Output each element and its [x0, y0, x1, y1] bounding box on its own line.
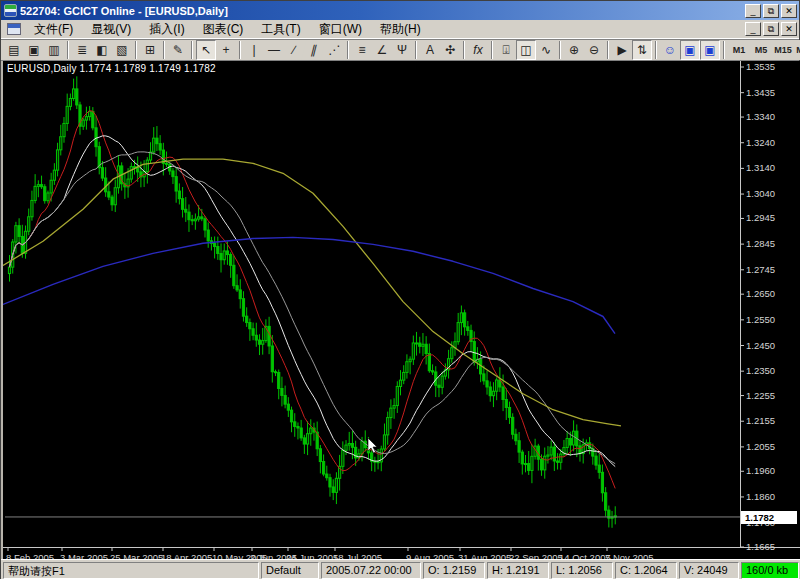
ma-line-SMA-200: [3, 237, 615, 333]
indicators-button[interactable]: fx: [468, 40, 488, 60]
date-axis-label: 9 Aug 2005: [406, 552, 454, 559]
text-button[interactable]: A: [420, 40, 440, 60]
date-axis-label: 8 Feb 2005: [6, 552, 54, 559]
data-window-button[interactable]: ◧: [92, 40, 112, 60]
toolbar-separator: [67, 41, 69, 59]
timeframe-button-m15[interactable]: M15: [772, 40, 794, 60]
menu-item-help[interactable]: 帮助(H): [371, 19, 430, 40]
candles-layer: [8, 76, 616, 527]
price-axis-label: 1.2450: [746, 340, 775, 351]
ma-line-MA-slow: [10, 152, 616, 464]
price-axis-label: 1.1665: [746, 541, 775, 552]
title-bar: 522704: GCICT Online - [EURUSD,Daily] _ …: [1, 1, 799, 20]
bar-chart-button[interactable]: ⍗: [496, 40, 516, 60]
menu-item-view[interactable]: 显视(V): [82, 19, 140, 40]
chart-shift-button[interactable]: ⇅: [632, 40, 652, 60]
menu-bar: 文件(F)显视(V)插入(I)图表(C)工具(T)窗口(W)帮助(H) _ ⧉ …: [1, 20, 799, 39]
gann-fan-button[interactable]: ∠: [372, 40, 392, 60]
horizontal-line-button[interactable]: —: [264, 40, 284, 60]
price-axis-label: 1.1860: [746, 491, 775, 502]
status-datetime: 2005.07.22 00:00: [321, 562, 421, 579]
toolbar: ▤▣▥≣◧▧⊞✎↖+|—∕∥⋰≡∠ΨA✣fx⍗◫∿⊕⊖▶⇅☺▣▣M1M5M15M…: [1, 39, 799, 61]
save-button[interactable]: ▣: [24, 40, 44, 60]
zoom-in-button[interactable]: ⊕: [564, 40, 584, 60]
price-axis-label: 1.2550: [746, 314, 775, 325]
auto-scroll-button[interactable]: ▶: [612, 40, 632, 60]
price-axis-label: 1.3040: [746, 188, 775, 199]
restore-button[interactable]: ⧉: [763, 4, 779, 18]
price-axis-label: 1.2745: [746, 264, 775, 275]
menu-item-file[interactable]: 文件(F): [25, 19, 82, 40]
price-axis-label: 1.1960: [746, 465, 775, 476]
status-open: O: 1.2159: [423, 562, 485, 579]
status-bar: 帮助请按F1 Default 2005.07.22 00:00 O: 1.215…: [1, 559, 800, 579]
menu-item-tools[interactable]: 工具(T): [252, 19, 309, 40]
fibonacci-retracement-button[interactable]: ≡: [352, 40, 372, 60]
price-axis-label: 1.3435: [746, 87, 775, 98]
date-axis-label: 7 Nov 2005: [605, 552, 654, 559]
toolbar-separator: [415, 41, 417, 59]
window-title: 522704: GCICT Online - [EURUSD,Daily]: [20, 5, 745, 17]
market-watch-button[interactable]: ≣: [72, 40, 92, 60]
properties-button[interactable]: ⊞: [140, 40, 160, 60]
new-chart-button[interactable]: ▤: [4, 40, 24, 60]
toolbar-separator: [239, 41, 241, 59]
date-axis-label: 18 Jul 2005: [333, 552, 382, 559]
status-close: C: 1.2064: [615, 562, 677, 579]
menu-item-charts[interactable]: 图表(C): [194, 19, 253, 40]
price-axis-label: 1.2945: [746, 212, 775, 223]
expert-advisors-button[interactable]: ☺: [660, 40, 680, 60]
menu-item-window[interactable]: 窗口(W): [310, 19, 371, 40]
date-axis-label: 31 Aug 2005: [458, 552, 511, 559]
price-axis-label: 1.2155: [746, 415, 775, 426]
timeframe-button-m5[interactable]: M5: [750, 40, 772, 60]
pitchfork-button[interactable]: Ψ: [392, 40, 412, 60]
child-minimize-button[interactable]: _: [745, 22, 761, 36]
template-button-2[interactable]: ▣: [700, 40, 720, 60]
menu-item-insert[interactable]: 插入(I): [140, 19, 193, 40]
status-high: H: 1.2191: [487, 562, 549, 579]
crosshair-button[interactable]: +: [216, 40, 236, 60]
child-close-button[interactable]: ✕: [781, 22, 797, 36]
timeframe-button-m30[interactable]: M30: [794, 40, 800, 60]
child-restore-button[interactable]: ⧉: [763, 22, 779, 36]
template-button-1[interactable]: ▣: [680, 40, 700, 60]
zoom-out-button[interactable]: ⊖: [584, 40, 604, 60]
price-axis-label: 1.2845: [746, 238, 775, 249]
price-axis-label: 1.3240: [746, 137, 775, 148]
fibonacci-fan-button[interactable]: ⋰: [324, 40, 344, 60]
print-button[interactable]: ▥: [44, 40, 64, 60]
toolbar-separator: [559, 41, 561, 59]
status-volume: V: 24049: [679, 562, 739, 579]
toolbar-separator: [491, 41, 493, 59]
application-window: 522704: GCICT Online - [EURUSD,Daily] _ …: [0, 0, 800, 579]
date-axis-label: 14 Oct 2005: [559, 552, 611, 559]
status-low: L: 1.2056: [551, 562, 613, 579]
candlestick-chart-button[interactable]: ◫: [516, 40, 536, 60]
toolbar-separator: [163, 41, 165, 59]
toolbar-separator: [347, 41, 349, 59]
status-profile[interactable]: Default: [261, 562, 319, 579]
price-chart[interactable]: 1.35351.34351.33401.32401.31401.30401.29…: [3, 61, 800, 559]
toolbar-separator: [463, 41, 465, 59]
trendline-button[interactable]: ∕: [284, 40, 304, 60]
price-axis-label: 1.3140: [746, 162, 775, 173]
chart-area[interactable]: EURUSD,Daily 1.1774 1.1789 1.1749 1.1782…: [1, 61, 800, 559]
close-button[interactable]: ✕: [781, 4, 797, 18]
arrow-symbols-button[interactable]: ✣: [440, 40, 460, 60]
price-axis-label: 1.2650: [746, 288, 775, 299]
minimize-button[interactable]: _: [745, 4, 761, 18]
current-price-label: 1.1782: [741, 511, 797, 524]
line-chart-button[interactable]: ∿: [536, 40, 556, 60]
channel-button[interactable]: ∥: [302, 40, 327, 60]
ma-line-MA-medium: [10, 136, 616, 467]
vertical-line-button[interactable]: |: [244, 40, 264, 60]
cursor-button[interactable]: ↖: [196, 40, 216, 60]
timeframe-button-m1[interactable]: M1: [728, 40, 750, 60]
styles-button[interactable]: ✎: [168, 40, 188, 60]
date-axis-label: 18 Apr 2005: [161, 552, 212, 559]
date-axis-label: 3 Mar 2005: [60, 552, 108, 559]
navigator-button[interactable]: ▧: [112, 40, 132, 60]
price-axis-label: 1.3340: [746, 111, 775, 122]
date-axis-label: 24 Jun 2005: [286, 552, 338, 559]
